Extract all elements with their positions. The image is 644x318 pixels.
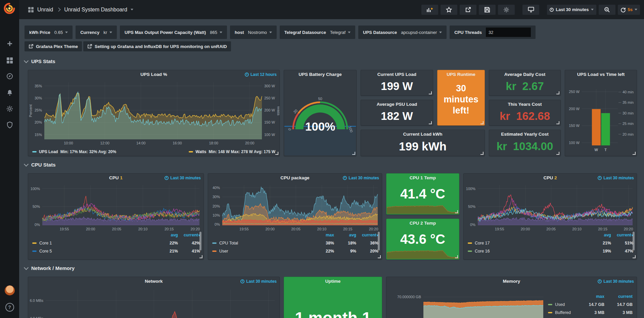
svg-text:Percent: Percent	[29, 104, 33, 117]
svg-text:30%: 30%	[35, 96, 42, 100]
svg-text:12:00: 12:00	[100, 141, 109, 145]
svg-text:20:00: 20:00	[86, 227, 95, 231]
svg-text:300 W: 300 W	[264, 84, 275, 88]
cpu-threads-input[interactable]	[486, 28, 531, 37]
panel-resize-handle[interactable]	[275, 152, 278, 155]
svg-text:50%: 50%	[33, 205, 40, 209]
svg-text:20:15: 20:15	[598, 227, 607, 231]
configuration-gear-icon[interactable]	[0, 102, 19, 116]
svg-text:18:00: 18:00	[209, 141, 218, 145]
svg-text:40 min: 40 min	[623, 90, 634, 94]
cycle-view-mode-button[interactable]	[522, 5, 539, 15]
ups-load-legend: UPS Load Min: 17% Max: 32% Avg: 20% Watt…	[32, 149, 275, 154]
svg-text:4.0 MBs: 4.0 MBs	[30, 316, 44, 318]
panel-current-load-kwh: Current Load kWh 199 kWh	[361, 130, 485, 156]
svg-text:35 min: 35 min	[623, 100, 634, 104]
explore-compass-icon[interactable]	[0, 70, 19, 83]
external-link-icon	[29, 44, 33, 49]
network-chart[interactable]: 6.0 MBs4.0 MBs2.0 MBs	[28, 286, 279, 318]
stat-value: 199 kWh	[361, 138, 485, 154]
time-range-picker[interactable]: Last 30 minutes	[547, 5, 596, 15]
panel-cpu-1: CPU 1 Last 30 minutes 19:5520:0020:0520:…	[28, 173, 204, 260]
share-dashboard-button[interactable]	[460, 5, 476, 15]
svg-text:W: W	[595, 148, 598, 152]
svg-text:20:20: 20:20	[369, 227, 378, 231]
grafana-logo-icon[interactable]	[3, 2, 16, 15]
svg-text:19:55: 19:55	[495, 227, 504, 231]
panel-cpu-package: CPU package Last 30 minutes 19:5520:0020…	[208, 173, 382, 260]
svg-text:100%: 100%	[466, 187, 475, 191]
alerting-bell-icon[interactable]	[0, 86, 19, 99]
cpu1-chart[interactable]: 19:5520:0020:0520:1020:1520:20100%50%0%	[28, 182, 203, 232]
variable-cpu-threads: CPU Threads	[450, 26, 536, 39]
cpu2-legend: avg current▾ Core 17 21%51% Core 16 19%4…	[468, 231, 633, 257]
svg-text:20:20: 20:20	[191, 227, 200, 231]
zoom-out-time-button[interactable]	[599, 5, 615, 15]
svg-text:6.0 MBs: 6.0 MBs	[30, 299, 44, 303]
create-plus-icon[interactable]	[0, 37, 19, 50]
panel-current-ups-load: Current UPS Load 199 W	[361, 70, 433, 96]
panel-ups-runtime: UPS Runtime 30 minutes left!	[437, 70, 485, 126]
panel-this-years-cost: This Years Cost kr162.68	[489, 100, 561, 126]
row-header-ups-stats[interactable]: UPS Stats	[25, 58, 55, 64]
row-header-cpu-stats[interactable]: CPU Stats	[25, 162, 56, 168]
svg-text:100 W: 100 W	[569, 141, 580, 145]
dashboards-icon[interactable]	[0, 54, 19, 67]
temp-sparkline	[387, 198, 459, 214]
svg-text:50%: 50%	[468, 205, 475, 209]
user-avatar[interactable]	[0, 284, 19, 297]
refresh-picker[interactable]: 5s	[618, 5, 640, 15]
grafana-dashboard: ? Unraid Unraid System Dashboard	[0, 0, 644, 318]
breadcrumb-app[interactable]: Unraid	[37, 7, 53, 13]
svg-text:20:00: 20:00	[265, 227, 275, 231]
variable-ups-datasource: UPS Datasource apcupsd-container	[358, 26, 447, 39]
panel-time-range[interactable]: Last 12 hours	[245, 72, 277, 77]
cpu-package-chart[interactable]: 19:5520:0020:0520:1020:1520:2040%30%20%1…	[208, 182, 382, 232]
ups-load-chart[interactable]: 10:0012:0014:0016:0018:0020:0035%30%25%2…	[28, 79, 279, 146]
legend-scrollbar[interactable]	[633, 232, 635, 251]
ups-vs-time-bar-chart[interactable]: 250 W200 W150 W100 W40 min35 min30 min25…	[565, 79, 637, 155]
panel-memory: Memory Last 30 minutes 70.000000 GB60.00…	[386, 277, 637, 318]
svg-text:30%: 30%	[213, 195, 220, 199]
svg-text:Watts: Watts	[277, 106, 279, 116]
svg-text:35%: 35%	[35, 84, 42, 88]
svg-text:70.000000 GB: 70.000000 GB	[397, 295, 421, 299]
link-ups-monitoring-guide[interactable]: Setting up Grafana and InfluxDB for UPS …	[83, 41, 231, 51]
svg-text:20:15: 20:15	[165, 227, 174, 231]
panel-title[interactable]: UPS Battery Charge	[284, 70, 356, 79]
star-dashboard-button[interactable]	[441, 5, 457, 15]
dashboard-settings-button[interactable]	[498, 5, 515, 15]
server-admin-shield-icon[interactable]	[0, 118, 19, 132]
link-grafana-plex-theme[interactable]: Grafana Plex Theme	[25, 41, 82, 51]
stat-value: kr2.67	[489, 78, 560, 94]
svg-text:20:05: 20:05	[546, 227, 556, 231]
row-header-network-memory[interactable]: Network / Memory	[25, 265, 75, 271]
dashboard-picker-caret-icon[interactable]	[131, 9, 133, 10]
add-panel-button[interactable]	[421, 5, 438, 15]
variable-telegraf-datasource: Telegraf Datasource Telegraf	[280, 26, 355, 39]
svg-text:0%: 0%	[35, 223, 40, 227]
svg-text:250 W: 250 W	[569, 90, 580, 94]
top-navbar: Unraid Unraid System Dashboard	[19, 0, 644, 19]
stat-value: 1 month 1	[284, 309, 382, 318]
svg-text:30 min: 30 min	[623, 111, 634, 115]
chevron-down-icon	[24, 265, 29, 270]
stat-value: 182 W	[361, 108, 433, 124]
legend-scrollbar[interactable]	[378, 232, 380, 251]
svg-text:14:00: 14:00	[136, 141, 146, 145]
help-icon[interactable]: ?	[0, 301, 19, 314]
cpu2-chart[interactable]: 19:5520:0020:0520:1020:1520:20100%50%0%	[464, 182, 637, 232]
panel-ups-load: UPS Load % Last 12 hours 10:0012:0014:00…	[28, 70, 280, 156]
breadcrumb-dashboard-title[interactable]: Unraid System Dashboard	[64, 7, 127, 13]
svg-text:100 W: 100 W	[264, 133, 275, 137]
svg-text:10%: 10%	[213, 213, 220, 217]
panel-uptime: Uptime 1 month 1	[284, 277, 382, 318]
panel-title[interactable]: UPS Load %	[28, 70, 279, 79]
memory-chart[interactable]: 70.000000 GB60.000000 GB50.000000 GB	[386, 286, 546, 318]
svg-text:16:00: 16:00	[173, 141, 182, 145]
save-dashboard-button[interactable]	[479, 5, 496, 15]
legend-scrollbar[interactable]	[199, 232, 201, 251]
stat-value: 30 minutes left!	[438, 83, 485, 116]
svg-text:20%: 20%	[213, 204, 220, 208]
panel-ups-battery-gauge: UPS Battery Charge 02050100 100%	[284, 70, 357, 156]
